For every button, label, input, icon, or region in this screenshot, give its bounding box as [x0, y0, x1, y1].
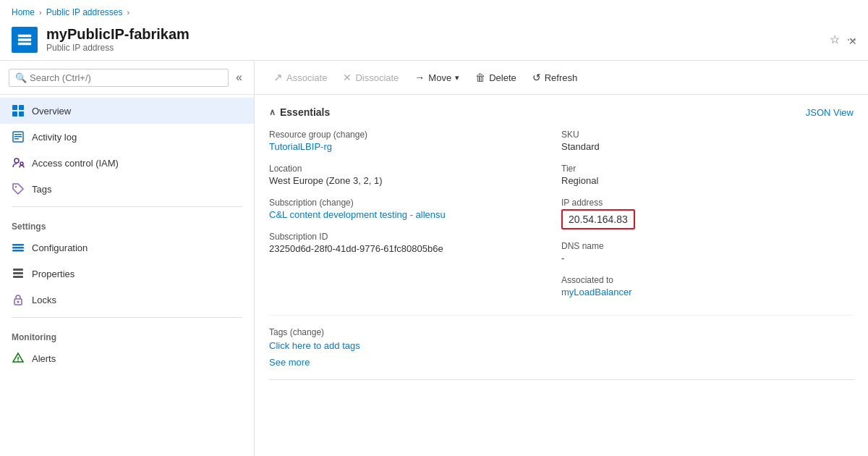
subscription-id-label: Subscription ID	[269, 232, 561, 242]
resource-group-label: Resource group (change)	[269, 130, 561, 140]
refresh-label: Refresh	[545, 72, 578, 83]
sidebar-item-properties[interactable]: Properties	[0, 261, 254, 287]
ip-address-text: 20.54.164.83	[569, 214, 628, 225]
resource-icon	[12, 27, 38, 53]
svg-rect-4	[19, 105, 24, 110]
sidebar-navigation: Overview Activity log	[0, 95, 254, 456]
svg-rect-1	[18, 38, 31, 41]
sidebar-item-alerts[interactable]: Alerts	[0, 345, 254, 371]
tier-value: Regional	[561, 175, 854, 186]
settings-divider	[12, 206, 242, 207]
svg-point-21	[17, 301, 20, 303]
ip-address-value: 20.54.164.83	[561, 209, 854, 229]
activity-log-icon	[12, 130, 25, 143]
svg-rect-15	[12, 247, 24, 249]
configuration-icon	[12, 241, 25, 254]
settings-section-label: Settings	[0, 211, 254, 235]
overview-icon	[12, 104, 25, 117]
dns-name-label: DNS name	[561, 241, 854, 251]
bottom-divider	[269, 379, 854, 380]
resource-subtitle: Public IP address	[46, 43, 821, 53]
sidebar-item-configuration[interactable]: Configuration	[0, 235, 254, 261]
delete-button[interactable]: 🗑 Delete	[468, 67, 524, 88]
tags-label: Tags (change)	[269, 327, 854, 337]
ip-address-label: IP address	[561, 198, 854, 208]
svg-rect-6	[19, 111, 24, 117]
move-button[interactable]: → Move ▾	[407, 67, 467, 88]
svg-rect-5	[12, 111, 17, 117]
resource-header: myPublicIP-fabrikam Public IP address ☆ …	[0, 22, 868, 61]
field-associated-to: Associated to myLoadBalancer	[561, 275, 854, 297]
field-dns-name: DNS name -	[561, 241, 854, 263]
sidebar-item-locks[interactable]: Locks	[0, 287, 254, 313]
sku-label: SKU	[561, 130, 854, 140]
breadcrumb-parent[interactable]: Public IP addresses	[46, 7, 123, 17]
sidebar-item-tags[interactable]: Tags	[0, 176, 254, 202]
associate-button[interactable]: ↗ Associate	[266, 67, 334, 88]
sidebar-item-activity-log[interactable]: Activity log	[0, 124, 254, 150]
tags-section: Tags (change) Click here to add tags	[269, 315, 854, 351]
subscription-label: Subscription (change)	[269, 198, 561, 208]
field-ip-address: IP address 20.54.164.83	[561, 198, 854, 229]
pin-icon[interactable]: ☆	[830, 33, 840, 46]
svg-rect-10	[14, 138, 19, 140]
main-layout: 🔍 « Overview	[0, 61, 868, 456]
svg-rect-14	[12, 244, 24, 246]
see-more-link[interactable]: See more	[269, 357, 310, 368]
subscription-link[interactable]: C&L content development testing - allens…	[269, 209, 446, 220]
refresh-button[interactable]: ↺ Refresh	[525, 67, 585, 88]
json-view-link[interactable]: JSON View	[806, 107, 854, 118]
sidebar: 🔍 « Overview	[0, 61, 255, 456]
location-value: West Europe (Zone 3, 2, 1)	[269, 175, 561, 186]
sku-value: Standard	[561, 141, 854, 152]
svg-rect-16	[12, 250, 24, 252]
essentials-right-col: SKU Standard Tier Regional IP address	[561, 130, 854, 309]
associate-label: Associate	[286, 72, 327, 83]
search-input[interactable]	[30, 72, 222, 83]
essentials-grid: Resource group (change) TutorialLBIP-rg …	[269, 130, 854, 309]
subscription-change-link[interactable]: (change)	[319, 198, 353, 208]
svg-rect-17	[13, 269, 23, 271]
delete-label: Delete	[489, 72, 516, 83]
delete-icon: 🗑	[475, 72, 485, 83]
svg-rect-18	[13, 272, 23, 274]
svg-rect-9	[14, 136, 22, 138]
sidebar-item-config-label: Configuration	[32, 242, 88, 253]
field-resource-group: Resource group (change) TutorialLBIP-rg	[269, 130, 561, 152]
locks-icon	[12, 293, 25, 306]
tags-icon	[12, 182, 25, 195]
monitoring-section-label: Monitoring	[0, 322, 254, 345]
sidebar-search-area: 🔍 «	[0, 61, 254, 95]
refresh-icon: ↺	[532, 72, 541, 83]
search-input-wrap[interactable]: 🔍	[9, 69, 229, 87]
field-tier: Tier Regional	[561, 164, 854, 186]
sidebar-item-overview[interactable]: Overview	[0, 98, 254, 124]
svg-rect-19	[13, 276, 23, 278]
search-icon: 🔍	[15, 72, 27, 83]
svg-rect-3	[12, 105, 17, 110]
tags-change-link[interactable]: (change)	[290, 327, 324, 337]
content-area: ↗ Associate ✕ Dissociate → Move ▾ 🗑 Dele…	[255, 61, 868, 456]
collapse-button[interactable]: «	[233, 68, 245, 87]
essentials-left-col: Resource group (change) TutorialLBIP-rg …	[269, 130, 561, 309]
dissociate-button[interactable]: ✕ Dissociate	[336, 67, 406, 88]
associated-to-value: myLoadBalancer	[561, 287, 854, 297]
breadcrumb-home[interactable]: Home	[12, 7, 35, 17]
resource-group-link[interactable]: TutorialLBIP-rg	[269, 141, 332, 152]
resource-group-change-link[interactable]: (change)	[333, 130, 367, 140]
svg-rect-22	[17, 357, 19, 360]
essentials-title-label: Essentials	[280, 106, 330, 118]
svg-rect-2	[18, 42, 31, 45]
resource-title-area: myPublicIP-fabrikam Public IP address	[46, 26, 821, 53]
sidebar-item-tags-label: Tags	[32, 184, 51, 195]
dissociate-label: Dissociate	[355, 72, 399, 83]
subscription-id-value: 23250d6d-28f0-41dd-9776-61fc80805b6e	[269, 243, 561, 254]
tags-add-link[interactable]: Click here to add tags	[269, 340, 360, 351]
sidebar-item-access-control[interactable]: Access control (IAM)	[0, 150, 254, 176]
sidebar-item-access-label: Access control (IAM)	[32, 158, 119, 169]
tier-label: Tier	[561, 164, 854, 174]
essentials-panel: ∧ Essentials JSON View Resource group (c…	[255, 95, 868, 379]
toolbar: ↗ Associate ✕ Dissociate → Move ▾ 🗑 Dele…	[255, 61, 868, 95]
close-button[interactable]: ×	[848, 33, 856, 48]
associated-to-link[interactable]: myLoadBalancer	[561, 287, 632, 297]
